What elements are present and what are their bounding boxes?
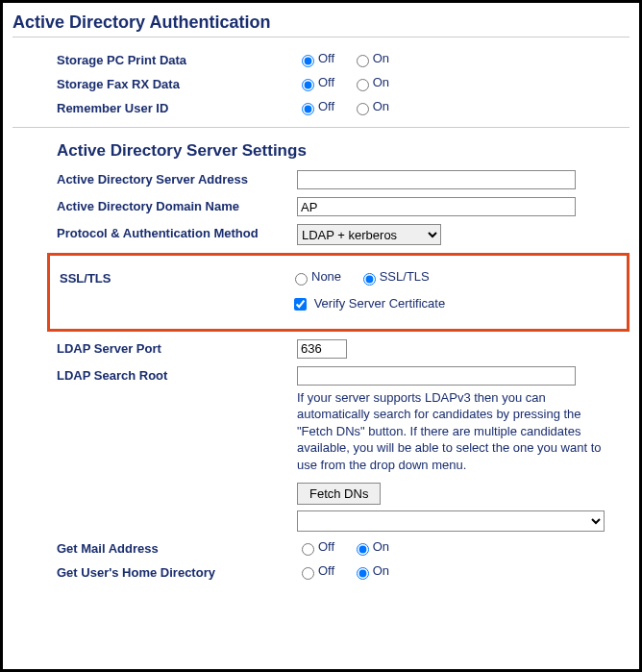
highlight-ssl-tls: SSL/TLS None SSL/TLS Verify Server Certi… — [47, 253, 630, 332]
radio-remember-user-id-on[interactable] — [357, 103, 369, 115]
radio-get-mail-on[interactable] — [357, 543, 369, 556]
settings-panel: Active Directory Authentication Storage … — [0, 0, 642, 672]
radio-ssl-none[interactable] — [295, 273, 308, 286]
input-ldap-port[interactable] — [297, 339, 347, 359]
label-ldap-port: LDAP Server Port — [57, 339, 297, 356]
radio-storage-pc-print-on[interactable] — [357, 55, 369, 67]
label-ad-server-address: Active Directory Server Address — [57, 170, 297, 187]
label-get-home-dir: Get User's Home Directory — [57, 563, 297, 580]
label-get-mail-address: Get Mail Address — [57, 539, 297, 556]
section-title: Active Directory Server Settings — [57, 141, 630, 161]
input-ad-domain-name[interactable] — [297, 197, 576, 216]
row-storage-pc-print: Storage PC Print Data Off On — [57, 51, 630, 67]
select-protocol-auth[interactable]: LDAP + kerberos — [297, 224, 441, 245]
radio-get-mail-off[interactable] — [302, 543, 314, 556]
radio-get-home-dir-off[interactable] — [302, 567, 314, 580]
page-title: Active Directory Authentication — [12, 12, 630, 33]
row-ad-server-address: Active Directory Server Address — [57, 170, 630, 189]
checkbox-verify-cert[interactable] — [294, 298, 307, 311]
row-ad-domain-name: Active Directory Domain Name — [57, 197, 630, 216]
section-divider — [12, 127, 630, 128]
row-get-home-dir: Get User's Home Directory Off On — [57, 563, 630, 580]
label-protocol-auth: Protocol & Authentication Method — [57, 224, 297, 240]
radio-group-storage-pc-print: Off On — [297, 51, 630, 67]
radio-ssl-ssltls[interactable] — [363, 273, 376, 286]
row-ldap-search-root: LDAP Search Root If your server supports… — [57, 366, 630, 533]
row-get-mail-address: Get Mail Address Off On — [57, 539, 630, 556]
radio-remember-user-id-off[interactable] — [302, 103, 314, 115]
row-remember-user-id: Remember User ID Off On — [57, 99, 630, 115]
radio-group-storage-fax-rx: Off On — [297, 75, 630, 91]
fetch-dns-button[interactable]: Fetch DNs — [297, 483, 381, 505]
input-ldap-search-root[interactable] — [297, 366, 576, 386]
radio-group-get-mail: Off On — [297, 539, 630, 556]
label-ldap-search-root: LDAP Search Root — [57, 366, 297, 383]
title-divider — [12, 37, 630, 37]
label-remember-user-id: Remember User ID — [57, 99, 297, 115]
label-storage-pc-print: Storage PC Print Data — [57, 51, 297, 67]
input-ad-server-address[interactable] — [297, 170, 576, 189]
radio-group-ssl-tls: None SSL/TLS — [290, 269, 627, 286]
radio-storage-fax-rx-on[interactable] — [357, 79, 369, 91]
label-verify-cert: Verify Server Certificate — [314, 296, 446, 311]
radio-group-get-home-dir: Off On — [297, 563, 630, 580]
help-text-ldap: If your server supports LDAPv3 then you … — [297, 389, 614, 474]
row-ssl-tls: SSL/TLS None SSL/TLS Verify Server Certi… — [60, 269, 627, 313]
select-dn-candidates[interactable] — [297, 510, 605, 532]
radio-group-remember-user-id: Off On — [297, 99, 630, 115]
row-ldap-port: LDAP Server Port — [57, 339, 630, 359]
label-ssl-tls: SSL/TLS — [60, 269, 290, 286]
label-storage-fax-rx: Storage Fax RX Data — [57, 75, 297, 91]
radio-storage-pc-print-off[interactable] — [302, 55, 314, 67]
label-ad-domain-name: Active Directory Domain Name — [57, 197, 297, 213]
radio-get-home-dir-on[interactable] — [357, 567, 369, 580]
row-storage-fax-rx: Storage Fax RX Data Off On — [57, 75, 630, 91]
radio-storage-fax-rx-off[interactable] — [302, 79, 314, 91]
row-protocol-auth: Protocol & Authentication Method LDAP + … — [57, 224, 630, 245]
